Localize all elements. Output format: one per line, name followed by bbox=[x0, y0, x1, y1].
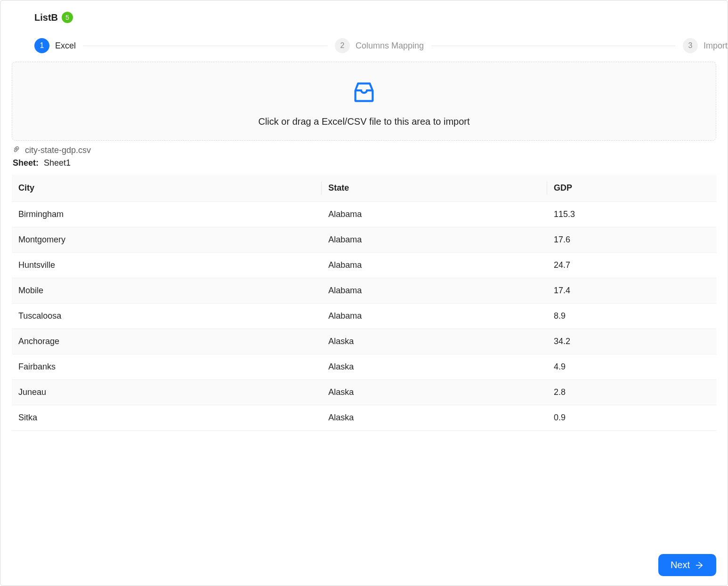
cell-gdp: 4.9 bbox=[547, 354, 716, 380]
next-button-label: Next bbox=[671, 560, 690, 570]
panel-header: ListB 5 bbox=[0, 0, 728, 27]
file-drop-zone[interactable]: Click or drag a Excel/CSV file to this a… bbox=[12, 62, 716, 141]
step-number: 1 bbox=[34, 38, 49, 53]
panel-title: ListB bbox=[34, 12, 58, 23]
next-button[interactable]: Next bbox=[658, 554, 716, 576]
cell-state: Alaska bbox=[322, 380, 547, 405]
cell-city: Fairbanks bbox=[12, 354, 322, 380]
wizard-scroll-area[interactable]: Click or drag a Excel/CSV file to this a… bbox=[12, 62, 716, 476]
sheet-name: Sheet1 bbox=[44, 158, 71, 168]
cell-state: Alaska bbox=[322, 329, 547, 354]
step-columns-mapping[interactable]: 2 Columns Mapping bbox=[335, 38, 424, 53]
sheet-label: Sheet: bbox=[13, 158, 39, 168]
wizard-footer: Next bbox=[12, 554, 716, 576]
inbox-icon bbox=[351, 99, 377, 107]
cell-gdp: 34.2 bbox=[547, 329, 716, 354]
wizard-steps: 1 Excel 2 Columns Mapping 3 Import bbox=[0, 27, 728, 62]
table-row: HuntsvilleAlabama24.7 bbox=[12, 253, 716, 278]
cell-city: Birmingham bbox=[12, 202, 322, 227]
step-label: Import bbox=[704, 41, 728, 51]
cell-city: Tuscaloosa bbox=[12, 304, 322, 329]
step-excel[interactable]: 1 Excel bbox=[34, 38, 76, 53]
step-import[interactable]: 3 Import bbox=[683, 38, 728, 53]
cell-gdp: 17.6 bbox=[547, 227, 716, 253]
table-row: AnchorageAlaska34.2 bbox=[12, 329, 716, 354]
table-row: MobileAlabama17.4 bbox=[12, 278, 716, 304]
cell-city: Mobile bbox=[12, 278, 322, 304]
step-label: Columns Mapping bbox=[356, 41, 424, 51]
cell-city: Anchorage bbox=[12, 329, 322, 354]
table-row: FairbanksAlaska4.9 bbox=[12, 354, 716, 380]
cell-city: Montgomery bbox=[12, 227, 322, 253]
step-divider bbox=[83, 46, 327, 46]
uploaded-file-name: city-state-gdp.csv bbox=[25, 145, 91, 155]
arrow-right-icon bbox=[695, 561, 704, 570]
cell-state: Alaska bbox=[322, 354, 547, 380]
cell-state: Alabama bbox=[322, 202, 547, 227]
cell-state: Alabama bbox=[322, 227, 547, 253]
column-header-city[interactable]: City bbox=[12, 175, 322, 202]
cell-state: Alabama bbox=[322, 253, 547, 278]
step-label: Excel bbox=[55, 41, 76, 51]
record-count-badge: 5 bbox=[62, 12, 73, 23]
step-number: 3 bbox=[683, 38, 698, 53]
import-wizard-panel: ListB 5 1 Excel 2 Columns Mapping 3 Impo… bbox=[0, 0, 728, 586]
column-header-gdp[interactable]: GDP bbox=[547, 175, 716, 202]
cell-state: Alaska bbox=[322, 405, 547, 431]
cell-state: Alabama bbox=[322, 304, 547, 329]
table-row: SitkaAlaska0.9 bbox=[12, 405, 716, 431]
column-header-state[interactable]: State bbox=[322, 175, 547, 202]
cell-state: Alabama bbox=[322, 278, 547, 304]
sheet-row: Sheet: Sheet1 bbox=[12, 157, 716, 175]
paperclip-icon bbox=[13, 145, 20, 155]
table-row: JuneauAlaska2.8 bbox=[12, 380, 716, 405]
cell-gdp: 115.3 bbox=[547, 202, 716, 227]
cell-city: Sitka bbox=[12, 405, 322, 431]
cell-gdp: 17.4 bbox=[547, 278, 716, 304]
cell-gdp: 24.7 bbox=[547, 253, 716, 278]
cell-gdp: 0.9 bbox=[547, 405, 716, 431]
cell-city: Huntsville bbox=[12, 253, 322, 278]
cell-gdp: 8.9 bbox=[547, 304, 716, 329]
table-row: MontgomeryAlabama17.6 bbox=[12, 227, 716, 253]
table-row: BirminghamAlabama115.3 bbox=[12, 202, 716, 227]
step-divider bbox=[431, 46, 675, 46]
drop-zone-hint: Click or drag a Excel/CSV file to this a… bbox=[20, 116, 708, 127]
cell-city: Juneau bbox=[12, 380, 322, 405]
preview-table: City State GDP BirminghamAlabama115.3Mon… bbox=[12, 175, 716, 431]
table-header-row: City State GDP bbox=[12, 175, 716, 202]
cell-gdp: 2.8 bbox=[547, 380, 716, 405]
table-row: TuscaloosaAlabama8.9 bbox=[12, 304, 716, 329]
uploaded-file-item[interactable]: city-state-gdp.csv bbox=[12, 141, 716, 157]
step-number: 2 bbox=[335, 38, 350, 53]
